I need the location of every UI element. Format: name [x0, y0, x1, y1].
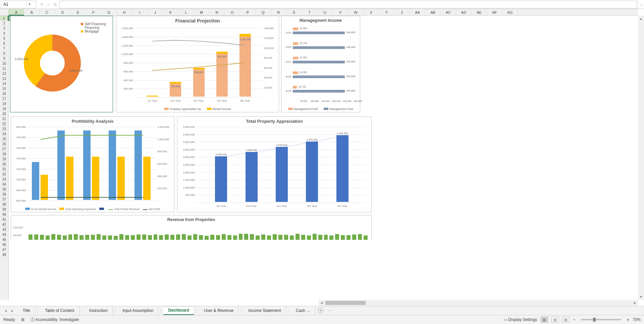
legend-label: Management Fees	[329, 107, 353, 111]
macro-recorder-icon[interactable]: ⊞	[21, 317, 24, 322]
scroll-left-icon[interactable]: ◄	[319, 301, 325, 305]
sheet-tab[interactable]: Title	[18, 306, 35, 315]
donut-ring	[24, 35, 81, 92]
legend-swatch	[81, 30, 83, 33]
legend-label: Management Profit	[294, 107, 318, 111]
chart-title: Managegment Income	[281, 16, 360, 25]
chart-total-appreciation[interactable]: Total Property Appreciation -500,0001,00…	[177, 116, 372, 212]
view-normal-button[interactable]: ▦	[541, 317, 548, 323]
fx-icon[interactable]: fx	[54, 2, 57, 7]
chart-financial-projection[interactable]: Financial Projection Property Appreciati…	[116, 16, 279, 112]
scroll-up-icon[interactable]: ▲	[638, 16, 644, 22]
accessibility-icon: ⓘ	[31, 317, 35, 322]
row-headers[interactable]: 1234567891011121314151617181920212223242…	[0, 16, 9, 300]
zoom-out-button[interactable]: −	[573, 317, 576, 322]
formula-bar: ▼ ✕ ✓ fx ⌄	[0, 0, 644, 9]
formula-buttons: ✕ ✓ fx	[37, 2, 59, 7]
sheet-tab[interactable]: Instruction	[85, 306, 113, 315]
sheet-tab[interactable]: Income Statement	[244, 306, 286, 315]
chart-title: Revenue from Properties	[11, 215, 371, 224]
grid-canvas[interactable]: Self Financing Financing Mortgage 3,000,…	[9, 16, 638, 300]
legend-label: Mortgage	[85, 30, 99, 33]
column-headers[interactable]: ABCDEFGHIJKLMNOPQRSTUVWXYZAAABACADAEAFAG	[9, 9, 638, 16]
legend-label-line2: Financing	[85, 26, 99, 30]
legend-label: Property Appreciation by	[170, 107, 201, 111]
tabs-more-icon[interactable]: ⋯	[326, 308, 334, 313]
name-box-dropdown-icon[interactable]: ▼	[26, 3, 33, 6]
sheet-tab[interactable]: User & Revenue	[199, 306, 238, 315]
legend-label: Gross Rental Income	[31, 208, 56, 211]
tab-nav-arrows[interactable]: ◄ ►	[0, 308, 18, 313]
select-all-corner[interactable]	[0, 9, 9, 16]
chart-management-income[interactable]: Managegment Income Management Profit Man…	[281, 16, 360, 112]
status-bar: Ready ⊞ ⓘ Accessibility: Investigate ▭ D…	[0, 315, 644, 324]
scroll-down-icon[interactable]: ▼	[638, 294, 644, 300]
zoom-slider[interactable]	[581, 319, 621, 320]
chart-plot-area	[197, 127, 366, 202]
scroll-right-icon[interactable]: ►	[632, 301, 638, 305]
sheet-tab[interactable]: Cash …	[291, 306, 315, 315]
horizontal-scrollbar[interactable]: ◄ ►	[319, 300, 638, 306]
zoom-in-button[interactable]: +	[627, 317, 629, 322]
chart-legend: Property Appreciation by Rental Income	[116, 107, 279, 111]
cancel-icon[interactable]: ✕	[40, 2, 44, 7]
zoom-level[interactable]: 70%	[633, 317, 641, 322]
sheet-tab[interactable]: Input Assumption	[118, 306, 158, 315]
view-page-break-button[interactable]: ▧	[562, 317, 570, 323]
legend-swatch	[81, 23, 83, 25]
chart-legend: Management Profit Management Fees	[281, 107, 360, 111]
display-settings-button[interactable]: ▭ Display Settings	[503, 317, 537, 322]
legend-label: Self Financing	[85, 22, 106, 26]
chart-plot-area	[28, 127, 155, 200]
donut-data-label: 2,000,000	[15, 57, 28, 61]
status-ready: Ready	[3, 317, 15, 322]
formula-input[interactable]	[59, 1, 637, 8]
formula-expand-icon[interactable]: ⌄	[638, 1, 644, 8]
sheet-tabs: Title|Table of Content|Instruction|Input…	[18, 306, 315, 315]
display-settings-icon: ▭	[503, 317, 507, 322]
legend-label: Total Rental Revenue	[114, 208, 140, 211]
tab-nav-prev-icon[interactable]: ◄	[3, 308, 9, 313]
chart-donut-financing[interactable]: Self Financing Financing Mortgage 3,000,…	[10, 16, 113, 112]
name-box[interactable]: ▼	[1, 1, 36, 8]
donut-data-label: 3,000,000	[69, 69, 83, 72]
axis-label: 100,000	[13, 226, 23, 229]
accessibility-status[interactable]: ⓘ Accessibility: Investigate	[31, 317, 79, 323]
chart-profitibility[interactable]: Profitibility Analysis Gross Rental Inco…	[11, 116, 174, 212]
chart-title: Total Property Appreciation	[177, 117, 371, 126]
new-sheet-button[interactable]: +	[315, 308, 326, 313]
chart-revenue-properties[interactable]: Revenue from Properties 100,000 90,000	[11, 215, 372, 240]
sheet-tab-bar: ◄ ► Title|Table of Content|Instruction|I…	[0, 306, 644, 315]
sheet-tab[interactable]: Table of Content	[40, 306, 79, 315]
legend-label: Rental Income	[213, 107, 231, 111]
chart-title: Financial Projection	[116, 16, 279, 25]
view-page-layout-button[interactable]: ▤	[551, 317, 559, 323]
enter-icon[interactable]: ✓	[47, 2, 51, 7]
tab-nav-next-icon[interactable]: ►	[9, 308, 15, 313]
vertical-scrollbar[interactable]: ▲ ▼	[638, 16, 644, 300]
chart-title: Profitibility Analysis	[11, 117, 174, 126]
worksheet-grid: ABCDEFGHIJKLMNOPQRSTUVWXYZAAABACADAEAFAG…	[0, 9, 644, 306]
axis-label: 90,000	[13, 234, 21, 237]
sheet-tab[interactable]: Dashboard	[163, 306, 194, 315]
chart-legend: Gross Rental Income Total Operating Expe…	[14, 208, 171, 211]
scroll-thumb[interactable]	[325, 301, 366, 305]
name-box-input[interactable]	[1, 2, 26, 7]
legend-label: Total Operating Expenses	[65, 208, 96, 211]
zoom-slider-thumb[interactable]	[593, 318, 596, 322]
donut-legend: Self Financing Financing Mortgage	[81, 22, 106, 33]
legend-label: Net Profit	[149, 208, 160, 211]
